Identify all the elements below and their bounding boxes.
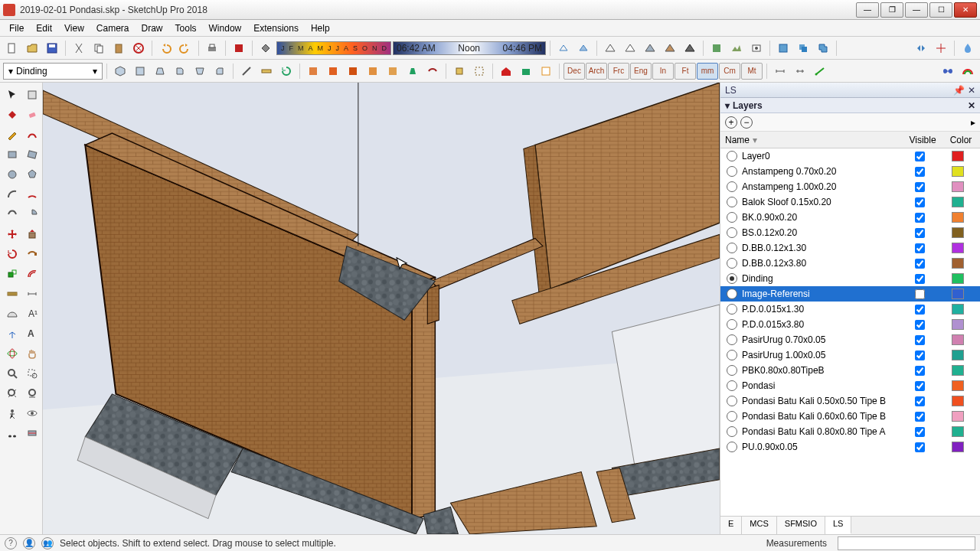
backface-button[interactable] <box>574 39 593 57</box>
layer-active-radio[interactable] <box>727 181 737 192</box>
paint-bucket-button[interactable] <box>256 39 275 57</box>
rotated-rect-tool[interactable] <box>23 145 41 164</box>
layer-color-swatch[interactable] <box>952 350 964 360</box>
layer-active-radio[interactable] <box>727 319 737 330</box>
layer-row[interactable]: Pondasi Batu Kali 0.80x0.80 Tipe A <box>720 424 980 439</box>
panel-tab-e[interactable]: E <box>720 517 742 534</box>
layer-color-swatch[interactable] <box>952 151 964 161</box>
open-button[interactable] <box>23 39 41 57</box>
layer-color-swatch[interactable] <box>952 181 964 192</box>
geolocation-button[interactable] <box>707 39 726 57</box>
face-style-4-button[interactable] <box>364 62 382 80</box>
offset-tool[interactable] <box>23 265 41 283</box>
dimension-tool-1-button[interactable] <box>771 62 789 80</box>
unit-arch[interactable]: Arch <box>586 63 607 80</box>
menu-view[interactable]: View <box>58 21 90 35</box>
follow-me-button[interactable] <box>423 62 442 80</box>
status-info-icon[interactable]: ? <box>5 537 17 549</box>
layer-color-swatch[interactable] <box>952 289 964 299</box>
layer-color-swatch[interactable] <box>952 243 964 253</box>
layer-row[interactable]: Dinding <box>720 271 980 286</box>
dimension-tool-3-button[interactable] <box>811 62 829 80</box>
undo-button[interactable] <box>156 39 175 57</box>
layer-color-swatch[interactable] <box>952 227 964 238</box>
tape-measure-button[interactable] <box>257 62 276 80</box>
section-plane-tool[interactable] <box>23 424 41 442</box>
layer-row[interactable]: Pondasi Batu Kali 0.60x0.60 Tipe B <box>720 409 980 424</box>
redo-button[interactable] <box>176 39 194 57</box>
make-component-tool[interactable] <box>23 86 41 104</box>
layer-visible-checkbox[interactable] <box>915 213 925 223</box>
viewport-3d[interactable] <box>43 83 720 534</box>
layer-row[interactable]: PasirUrug 0.70x0.05 <box>720 332 980 347</box>
rotate-tool-button[interactable] <box>277 62 296 80</box>
layer-row[interactable]: D.BB.0.12x3.80 <box>720 256 980 271</box>
layer-color-swatch[interactable] <box>952 166 964 177</box>
panel-tab-mcs[interactable]: MCS <box>742 517 776 534</box>
pushpull-tool[interactable] <box>23 225 41 243</box>
zoom-window-tool[interactable] <box>23 364 41 383</box>
unit-frc[interactable]: Frc <box>608 63 629 80</box>
layer-visible-checkbox[interactable] <box>915 243 925 253</box>
maximize-button[interactable]: ☐ <box>929 2 952 18</box>
col-color[interactable]: Color <box>942 135 980 145</box>
menu-tools[interactable]: Tools <box>169 21 203 35</box>
add-layer-button[interactable]: + <box>725 116 737 129</box>
copy-button[interactable] <box>90 39 108 57</box>
send-to-layout-button[interactable] <box>537 62 555 80</box>
layer-color-swatch[interactable] <box>952 365 964 376</box>
layer-visible-checkbox[interactable] <box>915 305 925 315</box>
xray-button[interactable] <box>554 39 573 57</box>
protractor-tool[interactable] <box>3 305 21 323</box>
layer-row[interactable]: D.BB.0.12x1.30 <box>720 240 980 256</box>
position-camera-tool[interactable] <box>3 404 21 422</box>
zoom-extents-tool[interactable] <box>3 384 21 403</box>
line-tool-button[interactable] <box>237 62 256 80</box>
shadow-date-slider[interactable]: JFMAMJJASOND <box>276 41 391 55</box>
rectangle-tool[interactable] <box>3 145 21 164</box>
minimize2-button[interactable]: — <box>905 2 928 18</box>
layer-visible-checkbox[interactable] <box>915 381 925 391</box>
layer-visible-checkbox[interactable] <box>915 152 925 161</box>
layer-color-swatch[interactable] <box>952 212 964 223</box>
flip-along-button[interactable] <box>912 39 930 57</box>
wireframe-button[interactable] <box>601 39 619 57</box>
status-user-icon[interactable]: 👤 <box>23 537 35 549</box>
face-style-3-button[interactable] <box>344 62 362 80</box>
cut-button[interactable] <box>70 39 88 57</box>
panel-tab-sfmsio[interactable]: SFMSIO <box>777 517 825 534</box>
face-style-2-button[interactable] <box>324 62 342 80</box>
shadow-time-slider[interactable]: 06:42 AM Noon 04:46 PM <box>393 41 546 55</box>
unit-ft[interactable]: Ft <box>675 63 696 80</box>
rainbow-icon[interactable] <box>959 62 977 80</box>
menu-file[interactable]: File <box>3 21 30 35</box>
layer-color-swatch[interactable] <box>952 442 964 452</box>
layer-color-swatch[interactable] <box>952 304 964 315</box>
layer-active-radio[interactable] <box>727 151 737 161</box>
menu-help[interactable]: Help <box>305 21 336 35</box>
iso-view-button[interactable] <box>111 62 129 80</box>
front-view-button[interactable] <box>151 62 169 80</box>
solid-outer-shell-button[interactable] <box>774 39 792 57</box>
layer-color-swatch[interactable] <box>952 197 964 207</box>
layer-active-radio[interactable] <box>727 258 737 269</box>
tape-tool[interactable] <box>3 285 21 303</box>
3pt-arc-tool[interactable] <box>3 205 21 223</box>
layer-active-radio[interactable] <box>727 396 737 406</box>
layer-visible-checkbox[interactable] <box>915 197 925 207</box>
layer-row[interactable]: Anstampeng 0.70x0.20 <box>720 164 980 179</box>
layer-row[interactable]: PasirUrug 1.00x0.05 <box>720 347 980 363</box>
unit-dec[interactable]: Dec <box>564 63 585 80</box>
dimension-tool[interactable] <box>23 285 41 303</box>
layer-visible-checkbox[interactable] <box>915 228 925 238</box>
orbit-tool[interactable] <box>3 344 21 363</box>
pan-tool[interactable] <box>23 344 41 363</box>
pencil-tool[interactable] <box>3 126 21 144</box>
layer-color-swatch[interactable] <box>952 273 964 284</box>
freehand-tool[interactable] <box>23 126 41 144</box>
arc-tool[interactable] <box>3 185 21 204</box>
followme-tool[interactable] <box>23 245 41 263</box>
measurements-input[interactable] <box>838 536 975 550</box>
layer-row[interactable]: BS.0.12x0.20 <box>720 225 980 240</box>
layer-row[interactable]: P.D.0.015x3.80 <box>720 317 980 332</box>
